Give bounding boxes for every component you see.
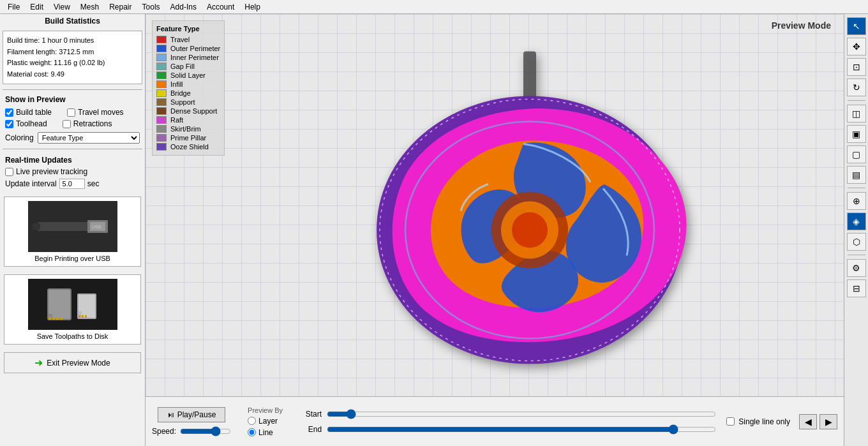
line-radio-label[interactable]: Line — [258, 428, 273, 437]
end-slider[interactable] — [327, 424, 716, 435]
update-interval-label: Update interval — [5, 179, 57, 188]
exit-preview-button[interactable]: ➜ Exit Preview Mode — [4, 352, 141, 373]
retractions-checkbox[interactable] — [63, 120, 71, 128]
single-line-row: Single line only — [726, 417, 790, 426]
tool-move-button[interactable]: ✥ — [847, 38, 866, 56]
live-preview-label: Live preview tracking — [16, 167, 87, 176]
play-pause-button[interactable]: ⏯ Play/Pause — [158, 407, 226, 422]
update-interval-row: Update interval sec — [5, 177, 140, 190]
start-label: Start — [299, 410, 322, 419]
stats-box: Build time: 1 hour 0 minutes Filament le… — [3, 31, 142, 84]
speed-label: Speed: — [152, 427, 176, 436]
legend-raft: Raft — [156, 115, 220, 124]
viewport[interactable]: Feature Type Travel Outer Perimeter Inne… — [146, 14, 844, 396]
svg-rect-13 — [56, 317, 59, 320]
toolbar-divider-3 — [848, 255, 865, 255]
toolhead-label[interactable]: Toolhead — [5, 119, 47, 128]
bottom-controls: ⏯ Play/Pause Speed: Preview By Layer Lin… — [146, 396, 844, 446]
menu-help[interactable]: Help — [239, 1, 266, 13]
usb-card[interactable]: USB Begin Printing over USB — [4, 197, 141, 267]
legend-infill: Infill — [156, 80, 220, 89]
tool-front-button[interactable]: ▢ — [847, 145, 866, 163]
tool-layers-button[interactable]: ⊟ — [847, 279, 866, 297]
svg-rect-17 — [85, 315, 87, 318]
coloring-row: Coloring Feature Type Speed Temperature … — [0, 130, 145, 146]
usb-svg: USB — [31, 204, 114, 249]
tool-highlight-button[interactable]: ◈ — [847, 212, 866, 230]
single-line-label[interactable]: Single line only — [738, 417, 790, 426]
stat-build-time: Build time: 1 hour 0 minutes — [7, 35, 138, 47]
update-interval-input[interactable] — [59, 179, 85, 189]
line-radio[interactable] — [248, 428, 256, 436]
menu-mesh[interactable]: Mesh — [75, 1, 104, 13]
sd-card[interactable]: Save Toolpaths to Disk — [4, 274, 141, 345]
toolbar-divider-1 — [848, 100, 865, 101]
tool-settings-button[interactable]: ⚙ — [847, 259, 866, 277]
legend-color-ooze — [156, 143, 167, 151]
build-table-label[interactable]: Build table — [5, 108, 52, 117]
live-preview-checkbox[interactable] — [5, 168, 13, 176]
tool-fit-button[interactable]: ⊡ — [847, 58, 866, 76]
legend-color-prime — [156, 134, 167, 142]
end-slider-row: End — [299, 424, 716, 435]
layer-radio-label[interactable]: Layer — [258, 417, 278, 426]
stat-filament: Filament length: 3712.5 mm — [7, 47, 138, 58]
tool-axis-button[interactable]: ⊕ — [847, 192, 866, 210]
tool-select-button[interactable]: ↖ — [847, 17, 866, 35]
menu-tools[interactable]: Tools — [137, 1, 165, 13]
sd-visual — [28, 279, 117, 330]
menu-file[interactable]: File — [3, 1, 25, 13]
legend-color-bridge — [156, 89, 167, 97]
legend-dense-support: Dense Support — [156, 107, 220, 115]
coloring-select[interactable]: Feature Type Speed Temperature Fan Speed — [38, 132, 140, 144]
legend-color-gap — [156, 63, 167, 70]
speed-slider[interactable] — [180, 426, 231, 436]
single-line-nav: Single line only ◀ ▶ — [726, 414, 837, 429]
menu-repair[interactable]: Repair — [104, 1, 137, 13]
menubar: File Edit View Mesh Repair Tools Add-Ins… — [0, 0, 868, 14]
prev-arrow-button[interactable]: ◀ — [799, 414, 817, 429]
menu-view[interactable]: View — [49, 1, 75, 13]
exit-arrow-icon: ➜ — [34, 357, 43, 369]
legend-color-solid — [156, 71, 167, 79]
viewport-area: Feature Type Travel Outer Perimeter Inne… — [146, 14, 844, 446]
build-stats-title: Build Statistics — [0, 14, 145, 28]
legend-title: Feature Type — [156, 25, 220, 33]
single-line-checkbox[interactable] — [726, 417, 735, 426]
travel-moves-checkbox[interactable] — [67, 108, 75, 117]
live-preview-row: Live preview tracking — [5, 166, 140, 177]
playback-section: ⏯ Play/Pause Speed: — [152, 407, 231, 436]
build-table-checkbox[interactable] — [5, 108, 13, 117]
start-slider[interactable] — [327, 409, 716, 419]
usb-image: USB — [28, 201, 117, 252]
svg-rect-3 — [33, 223, 40, 230]
legend-color-infill — [156, 80, 167, 88]
toolhead-checkbox[interactable] — [5, 120, 13, 128]
sd-image — [28, 279, 117, 330]
divider-2 — [3, 149, 142, 149]
tool-side-button[interactable]: ▤ — [847, 166, 866, 184]
layer-radio[interactable] — [248, 417, 256, 425]
tool-wire-button[interactable]: ⬡ — [847, 233, 866, 251]
next-arrow-button[interactable]: ▶ — [819, 414, 837, 429]
tool-top-button[interactable]: ▣ — [847, 125, 866, 143]
legend-color-dense — [156, 107, 167, 115]
svg-rect-15 — [79, 315, 80, 318]
svg-rect-16 — [82, 315, 84, 318]
menu-edit[interactable]: Edit — [25, 1, 49, 13]
retractions-label[interactable]: Retractions — [63, 119, 112, 128]
stat-plastic: Plastic weight: 11.16 g (0.02 lb) — [7, 57, 138, 69]
tool-rotate-button[interactable]: ↻ — [847, 78, 866, 96]
legend-color-skirt — [156, 125, 167, 133]
travel-moves-label[interactable]: Travel moves — [67, 108, 124, 117]
play-icon: ⏯ — [167, 410, 175, 419]
tool-iso-button[interactable]: ◫ — [847, 105, 866, 123]
menu-addins[interactable]: Add-Ins — [165, 1, 202, 13]
legend-color-support — [156, 98, 167, 106]
menu-account[interactable]: Account — [202, 1, 239, 13]
legend-bridge: Bridge — [156, 89, 220, 98]
svg-rect-14 — [60, 317, 63, 320]
usb-visual: USB — [28, 201, 117, 252]
legend-ooze-shield: Ooze Shield — [156, 142, 220, 151]
feature-legend: Feature Type Travel Outer Perimeter Inne… — [152, 20, 225, 156]
